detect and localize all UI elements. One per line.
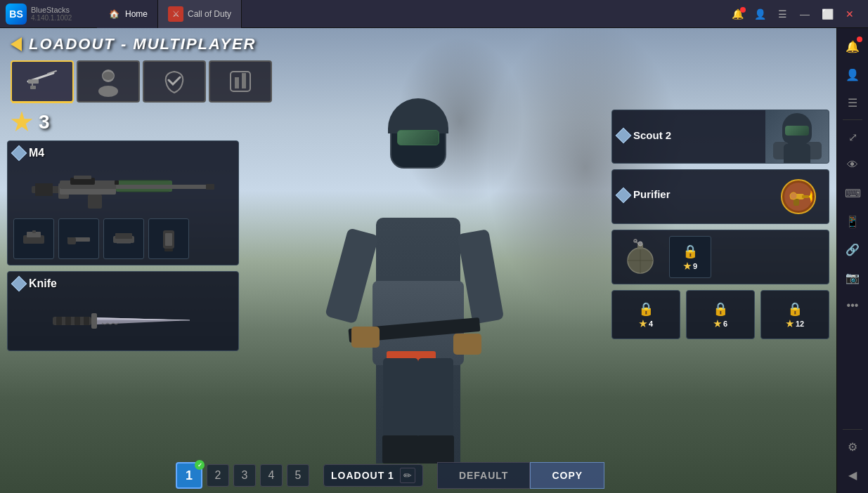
menu-btn[interactable]: ☰ [775,8,789,20]
account-sidebar-btn[interactable]: 👤 [840,62,865,87]
level-number: 3 [39,111,50,133]
account-btn[interactable]: 👤 [753,8,767,20]
notification-sidebar-btn[interactable]: 🔔 [840,34,865,59]
bluestacks-window: BS BlueStacks 4.140.1.1002 🏠 Home ⚔ Call… [0,0,868,493]
main-area: LOADOUT - MULTIPLAYER [0,28,868,493]
tab-perks[interactable] [143,60,206,103]
attach-slot-1[interactable] [13,218,54,259]
camera-icon: 📷 [846,271,860,284]
check-badge: ✓ [195,460,205,470]
cost-num-slot-2: 6 [723,320,727,328]
svg-rect-35 [164,249,173,251]
default-button[interactable]: DEFAULT [437,462,531,489]
unlock-slot-1[interactable]: 🔒 4 [611,290,680,339]
star-cost-slot-2: 6 [713,320,727,328]
game-ui: LOADOUT - MULTIPLAYER [0,28,836,493]
home-tab-icon: 🏠 [107,7,121,21]
left-panel: 3 M4 [7,110,239,454]
copy-button[interactable]: COPY [530,462,604,489]
svg-rect-21 [74,176,91,179]
bs-version: 4.140.1.1002 [31,14,72,22]
operator-card[interactable]: Scout 2 [611,110,829,164]
field-upgrade-icon[interactable] [618,236,663,278]
mini-star-slot-2 [713,320,722,328]
tab-weapons[interactable] [11,60,74,103]
close-btn[interactable]: ✕ [843,8,857,20]
svg-rect-27 [32,230,36,233]
loadout-4-label: 4 [268,469,275,482]
back-sidebar-btn[interactable]: ◀ [840,462,865,487]
tab-home[interactable]: 🏠 Home [97,0,158,28]
notification-btn[interactable]: 🔔 [730,8,744,20]
loadout-2-label: 2 [215,469,221,482]
field-upgrade-card: 🔒 9 [611,230,829,284]
tab-cod[interactable]: ⚔ Call of Duty [158,0,242,28]
expand-sidebar-btn[interactable]: ⤢ [840,124,865,150]
bottom-bar: 1 ✓ 2 3 4 5 [0,458,836,493]
more-sidebar-btn[interactable]: ••• [840,293,865,318]
loadout-num-3[interactable]: 3 [233,464,256,487]
operator-tab-icon [93,66,124,97]
attach-slot-3[interactable] [103,218,144,259]
more-icon: ••• [847,299,859,312]
menu-sidebar-btn[interactable]: ☰ [840,90,865,115]
loadout-num-4[interactable]: 4 [260,464,283,487]
knife-weapon-name: Knife [29,277,57,290]
camera-sidebar-btn[interactable]: 📷 [840,265,865,290]
tab-cod-label: Call of Duty [188,9,231,19]
sidebar-divider-1 [843,119,862,120]
attachment-4-icon [155,225,183,253]
loadout-num-1[interactable]: 1 ✓ [176,462,202,489]
link-sidebar-btn[interactable]: 🔗 [840,237,865,262]
knife-svg [53,306,193,334]
loadout-num-5[interactable]: 5 [287,464,309,487]
field-slot-locked-1[interactable]: 🔒 9 [669,236,711,278]
loadout-num-2[interactable]: 2 [207,464,229,487]
right-sidebar: 🔔 👤 ☰ ⤢ 👁 ⌨ 📱 🔗 [836,28,868,493]
weapons-tab-icon [27,67,58,96]
svg-rect-19 [206,184,214,190]
loadout-5-label: 5 [295,469,302,482]
lock-icon-1: 🔒 [682,244,698,259]
mini-star-1 [683,262,692,270]
title-bar: BS BlueStacks 4.140.1.1002 🏠 Home ⚔ Call… [0,0,868,28]
restore-btn[interactable]: ⬜ [820,8,834,20]
back-button[interactable] [11,37,22,51]
knife-diamond-icon [11,276,27,292]
edit-loadout-button[interactable]: ✏ [400,468,415,483]
settings-sidebar-btn[interactable]: ⚙ [840,434,865,459]
primary-diamond-icon [11,145,27,162]
tab-scorestreaks[interactable] [209,60,272,103]
knife-weapon-card[interactable]: Knife [7,271,239,351]
operator-diamond-icon [616,127,632,143]
keyboard-sidebar-btn[interactable]: ⌨ [840,180,865,206]
mini-star-slot-3 [786,320,794,328]
tab-operator[interactable] [77,60,140,103]
svg-rect-18 [116,185,207,189]
primary-weapon-image [13,165,233,214]
phone-sidebar-btn[interactable]: 📱 [840,209,865,234]
scorestreaks-tab-icon [225,66,256,97]
minimize-btn[interactable]: — [798,8,812,20]
bottom-actions: DEFAULT COPY [437,462,604,489]
notification-badge [857,37,862,42]
unlock-slot-2[interactable]: 🔒 6 [686,290,755,339]
attach-slot-2[interactable] [58,218,99,259]
settings-icon: ⚙ [848,440,857,454]
loadout-selector: 1 ✓ 2 3 4 5 [176,462,309,489]
eye-sidebar-btn[interactable]: 👁 [840,152,865,178]
svg-point-55 [638,242,642,246]
primary-weapon-card[interactable]: M4 [7,140,239,265]
scorestreak-header: Purifier [618,188,671,203]
unlock-slot-3[interactable]: 🔒 12 [760,290,829,339]
attachment-slots [13,218,233,259]
svg-rect-48 [802,195,809,198]
attach-slot-4[interactable] [148,218,189,259]
game-viewport: LOADOUT - MULTIPLAYER [0,28,836,493]
knife-image-area [13,296,233,345]
loadout-3-label: 3 [242,469,248,482]
unlock-row: 🔒 4 🔒 6 [611,290,829,339]
cost-num-slot-1: 4 [649,320,653,328]
scorestreak-card[interactable]: Purifier [611,169,829,224]
knife-weapon-header: Knife [13,277,233,290]
